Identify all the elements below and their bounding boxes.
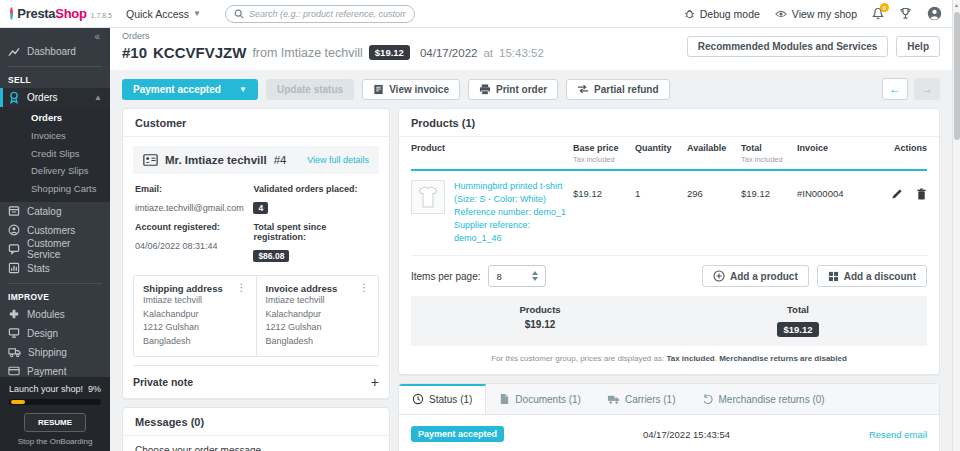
scroll-up-icon[interactable]: ▲ [953, 0, 960, 8]
sidebar-item-customers[interactable]: Customers [0, 221, 110, 240]
search-input[interactable] [249, 9, 406, 19]
page-header: Orders #10 KCCVFVJZW from Imtiaze techvi… [110, 28, 952, 70]
prestashop-logo[interactable]: PrestaShop 1.7.8.5 [0, 6, 112, 21]
dashboard-icon [8, 46, 20, 58]
items-per-page-select[interactable]: 8 [488, 265, 546, 287]
vertical-scrollbar[interactable]: ▲ [952, 0, 960, 451]
main-content: Orders #10 KCCVFVJZW from Imtiaze techvi… [110, 28, 952, 451]
order-date: 04/17/2022 [420, 47, 478, 59]
submenu-item-invoices[interactable]: Invoices [0, 127, 110, 145]
product-invoice: #IN000004 [797, 180, 871, 199]
address-line: Imtiaze techvill [266, 294, 370, 308]
view-invoice-button[interactable]: View invoice [362, 79, 460, 100]
brand-presta: Presta [17, 6, 55, 21]
tab-status-label: Status (1) [429, 394, 472, 405]
tab-merchandise-returns[interactable]: Merchandise returns (0) [689, 384, 838, 414]
add-discount-label: Add a discount [844, 271, 916, 282]
help-button[interactable]: Help [896, 36, 940, 57]
monitor-icon [8, 327, 20, 339]
products-panel-title: Products (1) [399, 109, 939, 137]
status-badge: Payment accepted [411, 426, 504, 442]
add-product-button[interactable]: Add a product [702, 265, 809, 287]
order-status-dropdown[interactable]: Payment accepted ▼ [122, 79, 258, 100]
customer-name: Mr. Imtiaze techvill [165, 154, 267, 166]
breadcrumb[interactable]: Orders [122, 31, 544, 41]
submenu-item-delivery-slips[interactable]: Delivery Slips [0, 162, 110, 180]
sidebar-item-orders[interactable]: Orders ▲ [0, 88, 110, 107]
previous-order-button[interactable]: ← [882, 78, 908, 100]
onboarding-progress-fill [11, 400, 25, 404]
resume-button[interactable]: RESUME [24, 413, 86, 432]
shipping-address: Shipping address ⋮ Imtiaze techvill Kala… [134, 276, 256, 356]
customer-email-link[interactable]: imtiaze.techvill@gmail.com [135, 203, 244, 213]
sidebar-item-label: Customers [27, 225, 75, 236]
tab-documents[interactable]: Documents (1) [486, 384, 594, 414]
sidebar-item-modules[interactable]: Modules [0, 305, 110, 324]
footnote-returns: Merchandise returns are disabled [719, 354, 847, 363]
print-order-button[interactable]: Print order [468, 79, 558, 100]
catalog-icon [8, 205, 20, 217]
orders-submenu: Orders Invoices Credit Slips Delivery Sl… [0, 107, 110, 202]
product-quantity: 1 [635, 180, 687, 199]
submenu-item-shopping-carts[interactable]: Shopping Carts [0, 180, 110, 198]
chevron-up-icon: ▲ [94, 93, 102, 102]
submenu-item-orders[interactable]: Orders [0, 109, 110, 127]
debug-mode-label: Debug mode [700, 8, 760, 20]
sidebar: « Dashboard SELL Orders ▲ Orders Invoice… [0, 28, 110, 451]
product-name-link[interactable]: Hummingbird printed t-shirt (Size: S - C… [454, 180, 573, 206]
submenu-item-credit-slips[interactable]: Credit Slips [0, 145, 110, 163]
col-header-total: Total Tax included [741, 143, 797, 164]
edit-product-icon[interactable] [891, 188, 903, 200]
view-full-details-link[interactable]: View full details [307, 155, 369, 165]
address-line: 1212 Gulshan [266, 321, 370, 335]
sidebar-item-customer-service[interactable]: Customer Service [0, 240, 110, 259]
sidebar-collapse-button[interactable]: « [0, 28, 110, 42]
delete-product-icon[interactable] [916, 188, 927, 200]
items-per-page-value: 8 [496, 271, 501, 282]
update-status-button[interactable]: Update status [266, 79, 354, 100]
sidebar-item-stats[interactable]: Stats [0, 259, 110, 278]
tab-status[interactable]: Status (1) [399, 384, 486, 414]
sidebar-item-catalog[interactable]: Catalog [0, 202, 110, 221]
kebab-menu-icon[interactable]: ⋮ [359, 283, 369, 293]
recommended-modules-button[interactable]: Recommended Modules and Services [687, 36, 889, 57]
quick-access-menu[interactable]: Quick Access ▼ [126, 8, 201, 20]
search-bar[interactable] [225, 5, 415, 23]
product-reference[interactable]: Reference number: demo_1 [454, 206, 573, 219]
trophy-button[interactable] [899, 7, 912, 20]
account-menu-button[interactable] [927, 6, 942, 21]
partial-refund-button[interactable]: Partial refund [566, 79, 669, 100]
order-tabs-card: Status (1) Documents (1) C [398, 383, 940, 451]
onboarding-panel: Launch your shop! 9% RESUME Stop the OnB… [0, 377, 110, 451]
add-private-note-button[interactable]: + [371, 375, 379, 389]
debug-mode-button[interactable]: Debug mode [684, 8, 760, 20]
order-time: 15:43:52 [499, 47, 544, 59]
invoice-address-title: Invoice address [266, 283, 338, 294]
scrollbar-thumb[interactable] [954, 12, 960, 140]
summary-total-badge: $19.12 [777, 322, 818, 337]
kebab-menu-icon[interactable]: ⋮ [237, 283, 247, 293]
sidebar-item-label: Customer Service [27, 238, 102, 260]
sidebar-item-dashboard[interactable]: Dashboard [0, 42, 110, 61]
next-order-button[interactable]: → [914, 78, 940, 100]
add-discount-button[interactable]: Add a discount [817, 265, 927, 287]
tab-carriers[interactable]: Carriers (1) [594, 384, 689, 414]
resend-email-link[interactable]: Resend email [869, 429, 927, 440]
customer-group-note: For this customer group, prices are disp… [399, 346, 939, 374]
product-supplier-reference[interactable]: Supplier reference: demo_1_46 [454, 219, 573, 245]
summary-products-label: Products [411, 304, 669, 315]
product-available: 296 [687, 180, 741, 199]
stop-onboarding-link[interactable]: Stop the OnBoarding [9, 437, 101, 446]
col-header-invoice: Invoice [797, 143, 871, 153]
sidebar-item-shipping[interactable]: Shipping [0, 343, 110, 362]
chat-icon [8, 243, 20, 255]
sidebar-section-sell: SELL [0, 70, 110, 88]
products-table-header: Product Base price Tax included Quantity… [411, 137, 927, 171]
tab-returns-label: Merchandise returns (0) [719, 394, 825, 405]
sidebar-item-design[interactable]: Design [0, 324, 110, 343]
products-table: Product Base price Tax included Quantity… [411, 137, 927, 256]
sidebar-item-label: Stats [27, 263, 50, 274]
order-tabs: Status (1) Documents (1) C [399, 384, 939, 415]
view-my-shop-button[interactable]: View my shop [775, 8, 857, 20]
notifications-button[interactable]: 0 [872, 7, 884, 20]
